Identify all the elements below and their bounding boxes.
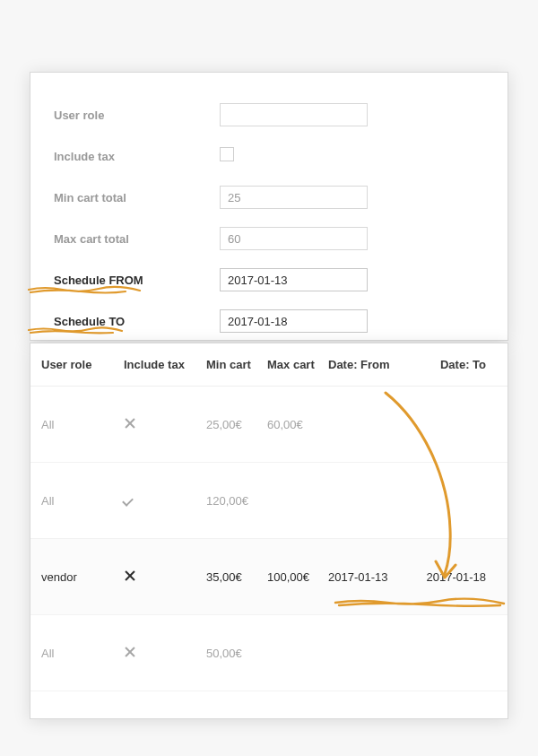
cell-min: 120,00€ [206,494,267,508]
cell-min: 35,00€ [206,570,267,584]
label-include-tax: Include tax [54,150,220,163]
row-user-role: User role [54,94,484,135]
th-min: Min cart [206,358,267,371]
table-row[interactable]: All120,00€ [30,463,508,539]
label-max-cart: Max cart total [54,232,220,246]
x-icon [124,569,136,582]
rules-table-panel: User role Include tax Min cart Max cart … [30,343,508,719]
label-schedule-to: Schedule TO [54,315,220,328]
label-user-role: User role [54,109,220,122]
cell-min: 50,00€ [206,647,267,660]
cell-min: 25,00€ [206,418,267,431]
th-tax: Include tax [124,358,206,371]
min-cart-input[interactable] [220,186,368,209]
schedule-to-input[interactable] [220,309,368,333]
row-schedule-from: Schedule FROM [54,259,484,300]
include-tax-checkbox[interactable] [220,147,234,161]
check-icon [124,493,136,506]
cell-tax [124,493,206,508]
th-max: Max cart [267,358,328,371]
table-body: All25,00€60,00€All120,00€vendor35,00€100… [30,387,508,691]
row-max-cart: Max cart total [54,218,484,259]
user-role-input[interactable] [220,103,368,126]
x-icon [124,417,136,430]
th-from: Date: From [328,358,414,371]
cell-role: All [41,418,124,431]
label-schedule-from: Schedule FROM [54,274,220,287]
th-role: User role [41,358,124,371]
table-row[interactable]: All25,00€60,00€ [30,387,508,463]
cell-from: 2017-01-13 [328,570,414,584]
cell-role: All [41,647,124,660]
table-header: User role Include tax Min cart Max cart … [30,343,508,387]
cell-max: 60,00€ [267,418,328,431]
table-row[interactable]: vendor35,00€100,00€2017-01-132017-01-18 [30,539,508,615]
x-icon [124,646,136,658]
cell-tax [124,646,206,661]
cell-tax [124,417,206,432]
row-include-tax: Include tax [54,135,484,177]
cell-role: vendor [41,570,124,584]
max-cart-input[interactable] [220,227,368,250]
th-to: Date: To [414,358,486,371]
label-min-cart: Min cart total [54,191,220,204]
cell-max: 100,00€ [267,570,328,584]
cell-role: All [41,494,124,508]
table-row[interactable]: All50,00€ [30,615,508,691]
settings-form-panel: User role Include tax Min cart total Max… [30,72,508,341]
row-schedule-to: Schedule TO [54,300,484,342]
cell-to: 2017-01-18 [414,570,486,584]
cell-tax [124,569,206,585]
schedule-from-input[interactable] [220,268,368,291]
row-min-cart: Min cart total [54,177,484,218]
